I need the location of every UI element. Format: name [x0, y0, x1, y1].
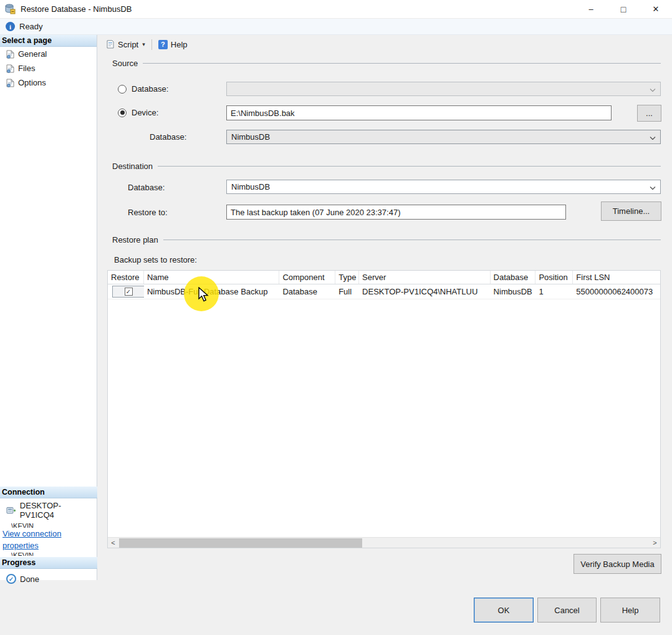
sidebar: Select a page General Files Options Conn…: [0, 35, 97, 580]
destination-group-label: Destination: [112, 162, 661, 171]
destination-database-combobox[interactable]: NimbusDB: [226, 180, 661, 194]
script-icon: [106, 40, 115, 49]
sidebar-item-options[interactable]: Options: [0, 75, 97, 90]
column-header-type[interactable]: Type: [335, 271, 359, 284]
cell-component: Database: [279, 287, 335, 296]
restore-to-value: The last backup taken (07 June 2020 23:3…: [231, 208, 400, 217]
backup-sets-label: Backup sets to restore:: [114, 255, 197, 264]
help-icon: ?: [158, 40, 168, 49]
connection-header: Connection: [0, 487, 97, 498]
restore-to-input[interactable]: The last backup taken (07 June 2020 23:3…: [226, 205, 566, 220]
column-header-name[interactable]: Name: [144, 271, 280, 284]
device-path-input[interactable]: E:\NimbusDB.bak: [226, 105, 612, 120]
done-check-icon: ✓: [6, 574, 16, 584]
status-bar: i Ready: [0, 19, 672, 35]
chevron-down-icon: [650, 132, 656, 142]
progress-status-row: ✓ Done: [0, 569, 97, 586]
source-group-label: Source: [112, 59, 661, 68]
chevron-down-icon: [650, 182, 656, 191]
connection-panel: Connection DESKTOP-PV1ICQ4 \KEVIN View c…: [0, 487, 97, 586]
titlebar: Restore Database - NimbusDB – □ ✕: [0, 0, 672, 19]
progress-header: Progress: [0, 557, 97, 569]
destination-database-value: NimbusDB: [231, 182, 270, 191]
scrollbar-track[interactable]: [118, 538, 650, 548]
minimize-icon: –: [588, 4, 593, 14]
cell-database: NimbusDB: [491, 287, 536, 296]
help-button[interactable]: Help: [600, 598, 660, 623]
restore-checkbox[interactable]: ✓: [112, 286, 144, 298]
verify-backup-media-button[interactable]: Verify Backup Media: [574, 554, 661, 574]
link-fragment: \KEVIN: [11, 551, 97, 556]
sidebar-item-files[interactable]: Files: [0, 61, 97, 75]
column-header-component[interactable]: Component: [279, 271, 335, 284]
cell-first-lsn: 55000000062400073: [573, 287, 660, 296]
chevron-down-icon: [650, 84, 656, 94]
help-label: Help: [171, 40, 188, 49]
close-button[interactable]: ✕: [640, 0, 672, 18]
page-icon: [6, 50, 14, 59]
cancel-button[interactable]: Cancel: [537, 598, 597, 623]
server-name: DESKTOP-PV1ICQ4: [20, 501, 95, 520]
server-user-fragment: \KEVIN: [11, 522, 97, 528]
page-icon: [6, 79, 14, 87]
script-label: Script: [118, 40, 138, 49]
group-rule: [158, 166, 661, 167]
select-a-page-header: Select a page: [0, 35, 97, 47]
group-rule: [143, 63, 661, 64]
column-header-database[interactable]: Database: [491, 271, 536, 284]
scroll-left-icon[interactable]: <: [108, 538, 118, 548]
help-toolbar-button[interactable]: ? Help: [155, 38, 191, 51]
maximize-button[interactable]: □: [607, 0, 640, 18]
column-header-restore[interactable]: Restore: [108, 271, 144, 284]
source-database-label: Database:: [150, 132, 186, 142]
database-radio-label: Database:: [132, 84, 168, 94]
cell-type: Full: [335, 287, 359, 296]
table-row[interactable]: ✓ NimbusDB-Full Database Backup Database…: [108, 284, 660, 299]
source-database-radio-row: Database:: [118, 84, 168, 94]
toolbar-separator: [151, 39, 152, 50]
window-title: Restore Database - NimbusDB: [21, 4, 132, 14]
column-header-position[interactable]: Position: [535, 271, 573, 284]
maximize-icon: □: [621, 4, 626, 14]
ok-button[interactable]: OK: [474, 598, 534, 623]
sidebar-item-general[interactable]: General: [0, 47, 97, 61]
device-radio-label: Device:: [132, 108, 158, 117]
cell-server: DESKTOP-PV1ICQ4\NHATLUU: [359, 287, 491, 296]
status-text: Ready: [19, 22, 43, 31]
source-database-combobox: [226, 82, 661, 96]
cell-name: NimbusDB-Full Database Backup: [144, 287, 280, 296]
restore-plan-title: Restore plan: [112, 235, 158, 245]
checkbox-checked-icon: ✓: [125, 288, 133, 296]
chevron-down-icon: ▾: [142, 41, 145, 47]
view-connection-properties-link[interactable]: View connection properties: [2, 528, 75, 551]
source-title: Source: [112, 59, 138, 68]
scrollbar-thumb[interactable]: [119, 538, 362, 548]
destination-title: Destination: [112, 162, 153, 171]
cell-position: 1: [535, 287, 573, 296]
group-rule: [163, 240, 661, 240]
main-panel: Script ▾ ? Help Source Database: Device:…: [97, 35, 672, 635]
cell-restore: ✓: [108, 286, 144, 298]
column-header-first-lsn[interactable]: First LSN: [573, 271, 660, 284]
scroll-right-icon[interactable]: >: [650, 538, 660, 548]
source-device-radio-row: Device:: [118, 108, 158, 117]
close-icon: ✕: [653, 4, 660, 14]
device-radio[interactable]: [118, 109, 127, 117]
restore-to-label: Restore to:: [128, 208, 168, 217]
server-icon: [6, 507, 16, 515]
column-header-server[interactable]: Server: [359, 271, 491, 284]
sidebar-item-label: Options: [18, 78, 46, 87]
progress-status: Done: [20, 574, 39, 584]
sidebar-item-label: General: [18, 49, 47, 59]
page-icon: [6, 64, 14, 73]
source-backup-database-combobox[interactable]: NimbusDB: [226, 130, 661, 144]
source-backup-database-value: NimbusDB: [231, 132, 270, 142]
minimize-button[interactable]: –: [575, 0, 607, 18]
horizontal-scrollbar[interactable]: < >: [108, 537, 660, 548]
database-radio[interactable]: [118, 85, 127, 94]
browse-button[interactable]: ...: [637, 105, 661, 122]
backup-sets-table: Restore Name Component Type Server Datab…: [107, 270, 661, 548]
script-button[interactable]: Script ▾: [102, 38, 149, 51]
device-path-value: E:\NimbusDB.bak: [231, 109, 295, 118]
timeline-button[interactable]: Timeline...: [601, 201, 661, 221]
